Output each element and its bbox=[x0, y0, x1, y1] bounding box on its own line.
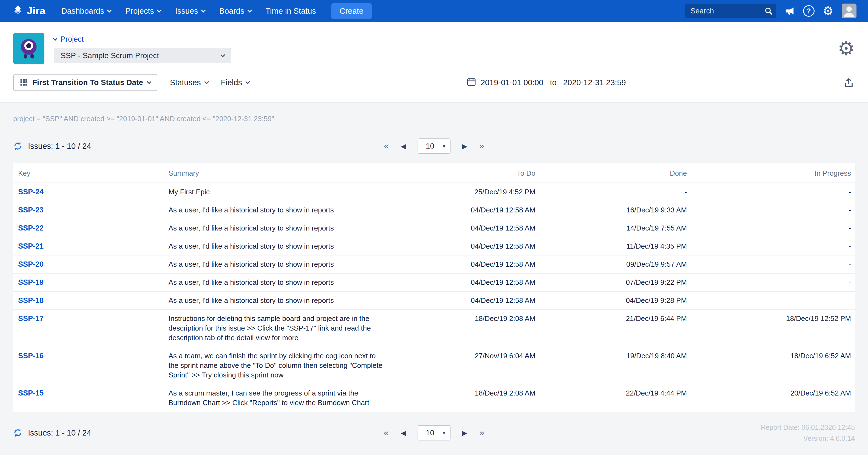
done-date: 19/Dec/19 8:40 AM bbox=[539, 347, 691, 384]
table-row[interactable]: SSP-17 Instructions for deleting this sa… bbox=[13, 310, 855, 347]
last-page-icon[interactable]: » bbox=[479, 141, 485, 151]
nav-time-in-status[interactable]: Time in Status bbox=[266, 7, 316, 16]
table-row[interactable]: SSP-21 As a user, I'd like a historical … bbox=[13, 237, 855, 255]
todo-date: 25/Dec/19 4:52 PM bbox=[388, 183, 539, 201]
issue-summary: As a user, I'd like a historical story t… bbox=[165, 201, 388, 219]
settings-gear-icon[interactable]: ⚙ bbox=[823, 5, 834, 17]
done-date: 16/Dec/19 9:33 AM bbox=[539, 201, 691, 219]
nav-dashboards[interactable]: Dashboards bbox=[61, 7, 111, 16]
nav-dashboards-label: Dashboards bbox=[61, 7, 104, 16]
project-select[interactable]: SSP - Sample Scrum Project bbox=[54, 48, 231, 63]
help-icon[interactable]: ? bbox=[803, 5, 814, 17]
report-type-button[interactable]: First Transition To Status Date bbox=[13, 74, 157, 91]
nav-boards[interactable]: Boards bbox=[219, 7, 251, 16]
table-row[interactable]: SSP-16 As a team, we can finish the spri… bbox=[13, 347, 855, 384]
issue-summary: As a user, I'd like a historical story t… bbox=[165, 255, 388, 274]
fields-label: Fields bbox=[221, 78, 242, 87]
statuses-dropdown[interactable]: Statuses bbox=[170, 78, 208, 87]
nav-boards-label: Boards bbox=[219, 7, 245, 16]
issue-key-link[interactable]: SSP-23 bbox=[18, 206, 43, 214]
search-icon[interactable] bbox=[764, 7, 773, 17]
fields-dropdown[interactable]: Fields bbox=[221, 78, 249, 87]
question-mark-glyph: ? bbox=[807, 7, 811, 16]
col-header-key[interactable]: Key bbox=[13, 163, 165, 183]
nav-issues-label: Issues bbox=[175, 7, 198, 16]
in-progress-date: - bbox=[691, 237, 855, 255]
chevron-down-icon bbox=[157, 8, 161, 12]
col-header-todo[interactable]: To Do bbox=[388, 163, 539, 183]
issue-summary: As a scrum master, I can see the progres… bbox=[165, 384, 388, 412]
issues-table: Key Summary To Do Done In Progress SSP-2… bbox=[13, 163, 855, 412]
report-settings-gear-icon[interactable]: ⚙ bbox=[838, 39, 855, 58]
todo-date: 18/Dec/19 2:08 AM bbox=[388, 384, 539, 412]
export-icon[interactable] bbox=[843, 77, 855, 89]
issue-key-link[interactable]: SSP-20 bbox=[18, 260, 43, 268]
issue-key-link[interactable]: SSP-22 bbox=[18, 224, 43, 232]
calendar-icon bbox=[466, 77, 476, 89]
in-progress-date: 18/Dec/19 6:52 AM bbox=[691, 347, 855, 384]
navbar-right: ? ⚙ bbox=[685, 4, 857, 18]
first-page-icon[interactable]: « bbox=[383, 141, 389, 151]
in-progress-date: 20/Dec/19 6:52 AM bbox=[691, 384, 855, 412]
col-header-summary[interactable]: Summary bbox=[165, 163, 388, 183]
first-page-icon[interactable]: « bbox=[383, 428, 389, 438]
create-button[interactable]: Create bbox=[331, 3, 372, 19]
feedback-megaphone-icon[interactable] bbox=[784, 6, 795, 16]
issue-summary: My First Epic bbox=[165, 183, 388, 201]
todo-date: 04/Dec/19 12:58 AM bbox=[388, 237, 539, 255]
prev-page-icon[interactable]: ◀ bbox=[401, 143, 406, 150]
issue-key-link[interactable]: SSP-21 bbox=[18, 242, 43, 250]
last-page-icon[interactable]: » bbox=[479, 428, 485, 438]
date-to-value[interactable]: 2020-12-31 23:59 bbox=[563, 78, 626, 87]
issues-count: Issues: 1 - 10 / 24 bbox=[28, 142, 91, 151]
done-date: 09/Dec/19 9:57 AM bbox=[539, 255, 691, 274]
issues-bar-top: Issues: 1 - 10 / 24 « ◀ 10 ▾ ▶ » bbox=[13, 137, 855, 155]
col-header-done[interactable]: Done bbox=[539, 163, 691, 183]
refresh-icon[interactable] bbox=[13, 428, 23, 437]
table-row[interactable]: SSP-24 My First Epic 25/Dec/19 4:52 PM -… bbox=[13, 183, 855, 201]
todo-date: 04/Dec/19 12:58 AM bbox=[388, 219, 539, 237]
project-scope-toggle[interactable]: Project bbox=[54, 35, 231, 43]
search-input[interactable] bbox=[685, 4, 776, 18]
issue-key-link[interactable]: SSP-18 bbox=[18, 296, 43, 305]
col-header-in-progress[interactable]: In Progress bbox=[691, 163, 855, 183]
todo-date: 04/Dec/19 12:58 AM bbox=[388, 255, 539, 274]
issue-key-link[interactable]: SSP-24 bbox=[18, 188, 43, 196]
todo-date: 04/Dec/19 12:58 AM bbox=[388, 274, 539, 292]
issues-bar-bottom: Issues: 1 - 10 / 24 « ◀ 10 ▾ ▶ » Report … bbox=[13, 424, 855, 442]
page-size-select[interactable]: 10 ▾ bbox=[418, 139, 451, 154]
user-avatar[interactable] bbox=[842, 4, 857, 18]
search-box bbox=[685, 4, 776, 18]
issue-summary: As a user, I'd like a historical story t… bbox=[165, 292, 388, 310]
project-select-value: SSP - Sample Scrum Project bbox=[61, 51, 159, 60]
issue-key-link[interactable]: SSP-15 bbox=[18, 389, 43, 397]
refresh-icon[interactable] bbox=[13, 142, 23, 151]
top-navbar: Jira Dashboards Projects Issues Boards T… bbox=[0, 0, 868, 22]
chevron-down-icon bbox=[246, 80, 250, 84]
chevron-down-icon bbox=[221, 53, 225, 57]
next-page-icon[interactable]: ▶ bbox=[462, 429, 467, 436]
jira-home-link[interactable]: Jira bbox=[12, 5, 45, 17]
report-header: Project SSP - Sample Scrum Project ⚙ Fir… bbox=[0, 22, 868, 102]
table-row[interactable]: SSP-19 As a user, I'd like a historical … bbox=[13, 274, 855, 292]
in-progress-date: - bbox=[691, 255, 855, 274]
in-progress-date: 18/Dec/19 12:52 PM bbox=[691, 310, 855, 347]
page-size-value: 10 bbox=[426, 142, 434, 150]
next-page-icon[interactable]: ▶ bbox=[462, 143, 467, 150]
nav-issues[interactable]: Issues bbox=[175, 7, 205, 16]
done-date: 07/Dec/19 9:22 PM bbox=[539, 274, 691, 292]
table-row[interactable]: SSP-20 As a user, I'd like a historical … bbox=[13, 255, 855, 274]
table-row[interactable]: SSP-15 As a scrum master, I can see the … bbox=[13, 384, 855, 412]
table-row[interactable]: SSP-18 As a user, I'd like a historical … bbox=[13, 292, 855, 310]
issue-key-link[interactable]: SSP-17 bbox=[18, 314, 43, 323]
table-row[interactable]: SSP-23 As a user, I'd like a historical … bbox=[13, 201, 855, 219]
date-range-picker[interactable]: 2019-01-01 00:00 to 2020-12-31 23:59 bbox=[466, 77, 626, 89]
table-row[interactable]: SSP-22 As a user, I'd like a historical … bbox=[13, 219, 855, 237]
issue-key-link[interactable]: SSP-16 bbox=[18, 352, 43, 360]
todo-date: 04/Dec/19 12:58 AM bbox=[388, 292, 539, 310]
date-from-value[interactable]: 2019-01-01 00:00 bbox=[481, 78, 544, 87]
page-size-select[interactable]: 10 ▾ bbox=[418, 425, 451, 441]
issue-key-link[interactable]: SSP-19 bbox=[18, 278, 43, 286]
nav-projects[interactable]: Projects bbox=[125, 7, 161, 16]
prev-page-icon[interactable]: ◀ bbox=[401, 429, 406, 436]
